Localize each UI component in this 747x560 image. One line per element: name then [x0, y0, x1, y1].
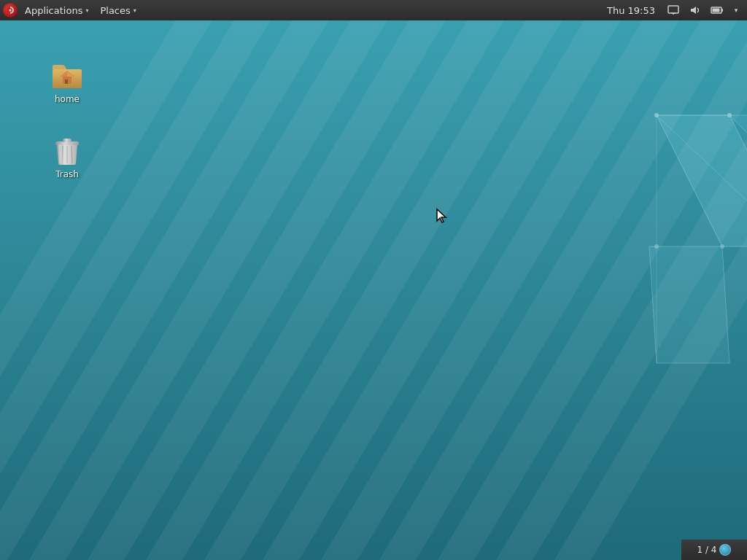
svg-marker-47	[437, 209, 446, 222]
svg-marker-19	[379, 20, 747, 560]
panel-dropdown-button[interactable]: ▾	[729, 2, 743, 18]
desktop-decoration	[0, 20, 747, 560]
svg-point-1	[9, 9, 12, 12]
applications-label: Applications	[25, 5, 82, 16]
workspace-orb	[719, 544, 731, 556]
svg-marker-18	[321, 20, 722, 560]
volume-button[interactable]	[686, 2, 705, 18]
places-label: Places	[100, 5, 130, 16]
svg-point-34	[654, 244, 659, 249]
trash-icon[interactable]: Trash	[38, 128, 96, 182]
distro-icon[interactable]	[3, 3, 18, 18]
top-panel: Applications ▾ Places ▾ Thu 19:53	[0, 0, 747, 20]
svg-marker-16	[204, 20, 605, 560]
places-menu[interactable]: Places ▾	[94, 0, 142, 20]
svg-marker-25	[729, 115, 747, 181]
svg-point-35	[720, 244, 724, 249]
svg-rect-8	[713, 9, 720, 12]
battery-button[interactable]	[708, 2, 727, 18]
svg-point-30	[654, 113, 659, 117]
applications-arrow: ▾	[85, 7, 88, 14]
svg-point-31	[727, 113, 732, 117]
svg-line-27	[657, 115, 747, 246]
trash-image	[50, 131, 85, 166]
svg-rect-2	[668, 6, 678, 13]
mouse-cursor	[436, 208, 450, 226]
desktop: home	[0, 20, 747, 560]
svg-marker-5	[691, 7, 696, 14]
home-icon-label: home	[55, 94, 80, 104]
screen-button[interactable]	[664, 2, 683, 18]
home-icon[interactable]: home	[38, 53, 96, 107]
svg-line-46	[71, 146, 72, 163]
panel-right: Thu 19:53 ▾	[601, 0, 747, 20]
svg-marker-20	[438, 20, 747, 560]
svg-marker-17	[263, 20, 664, 560]
workspace-indicator[interactable]: 1 / 4	[681, 540, 747, 560]
svg-marker-14	[88, 20, 489, 560]
places-arrow: ▾	[133, 7, 136, 14]
svg-marker-22	[554, 20, 747, 560]
svg-rect-9	[0, 20, 747, 560]
svg-marker-23	[657, 115, 747, 246]
trash-icon-label: Trash	[55, 169, 79, 179]
svg-marker-21	[496, 20, 747, 560]
svg-marker-15	[146, 20, 547, 560]
workspace-text: 1 / 4	[697, 545, 717, 555]
svg-rect-43	[63, 139, 71, 142]
svg-marker-24	[649, 246, 729, 363]
svg-rect-40	[65, 79, 68, 84]
applications-menu[interactable]: Applications ▾	[19, 0, 94, 20]
clock-display[interactable]: Thu 19:53	[601, 5, 661, 16]
svg-rect-7	[721, 9, 723, 12]
home-folder-image	[50, 56, 85, 91]
panel-left: Applications ▾ Places ▾	[0, 0, 601, 20]
